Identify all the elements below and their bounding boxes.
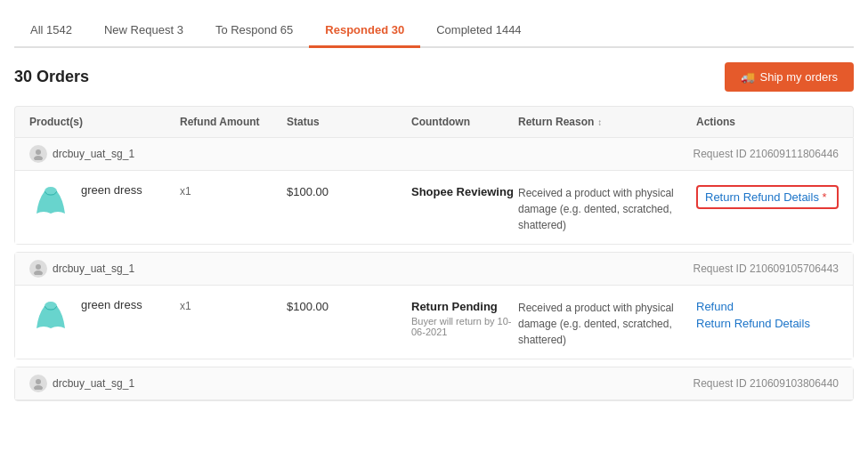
svg-point-6 [36, 379, 41, 384]
col-products: Product(s) [29, 116, 180, 128]
col-refund: Refund Amount [180, 116, 287, 128]
user-icon [29, 145, 47, 163]
tab-all[interactable]: All 1542 [14, 14, 88, 48]
tab-new[interactable]: New Request 3 [88, 14, 199, 48]
refund-amount-cell: $100.00 [287, 182, 411, 198]
quantity-cell: x1 [180, 182, 287, 198]
page-header: 30 Orders 🚚 Ship my orders [14, 62, 854, 92]
order-user: drcbuy_uat_sg_1 [29, 375, 134, 392]
username: drcbuy_uat_sg_1 [53, 148, 134, 160]
actions-cell: RefundReturn Refund Details [696, 296, 839, 330]
ship-orders-button[interactable]: 🚚 Ship my orders [725, 62, 854, 92]
svg-point-3 [36, 264, 41, 270]
order-group-order2: drcbuy_uat_sg_1 Request ID 2106091057064… [14, 252, 854, 359]
tab-completed[interactable]: Completed 1444 [420, 14, 537, 48]
product-name-col: green dress [81, 182, 142, 197]
status-text: Return Pending [411, 300, 518, 313]
col-status: Status [287, 116, 411, 128]
product-cell: green dress [29, 296, 180, 339]
order-product-row: green dress x1 $100.00 Return Pending Bu… [15, 286, 853, 359]
return-refund-link[interactable]: Return Refund Details [705, 190, 827, 204]
tab-to-respond[interactable]: To Respond 65 [199, 14, 309, 48]
request-id: Request ID 210609103806440 [694, 377, 839, 390]
refund-amount-cell: $100.00 [287, 296, 411, 313]
actions-cell: Return Refund Details [696, 182, 839, 209]
order-info-row: drcbuy_uat_sg_1 Request ID 2106091057064… [15, 253, 853, 286]
return-reason-cell: Received a product with physical damage … [518, 296, 696, 348]
tabs-bar: All 1542New Request 3To Respond 65Respon… [14, 14, 854, 48]
request-id: Request ID 210609105706443 [694, 262, 839, 275]
order-user: drcbuy_uat_sg_1 [29, 260, 134, 278]
product-name: green dress [81, 298, 142, 311]
quantity-cell: x1 [180, 296, 287, 312]
return-reason-cell: Received a product with physical damage … [518, 182, 696, 233]
col-actions: Actions [696, 116, 839, 128]
product-image [29, 182, 72, 224]
order-group-order1: drcbuy_uat_sg_1 Request ID 2106091118064… [14, 137, 854, 245]
request-id: Request ID 210609111806446 [694, 148, 839, 160]
product-name: green dress [81, 183, 142, 197]
action-link[interactable]: Return Refund Details [696, 317, 839, 330]
order-info-row: drcbuy_uat_sg_1 Request ID 2106091038064… [15, 367, 853, 400]
action-link[interactable]: Refund [696, 300, 839, 313]
order-product-row: green dress x1 $100.00 Shopee Reviewing … [15, 171, 853, 244]
col-countdown: Countdown [411, 116, 518, 128]
status-text: Shopee Reviewing [411, 185, 518, 198]
order-info-row: drcbuy_uat_sg_1 Request ID 2106091118064… [15, 138, 853, 171]
ship-btn-label: Ship my orders [760, 70, 838, 84]
product-name-col: green dress [81, 296, 142, 311]
order-group-order3: drcbuy_uat_sg_1 Request ID 2106091038064… [14, 367, 854, 401]
action-highlight-box: Return Refund Details [696, 185, 839, 209]
product-cell: green dress [29, 182, 180, 224]
orders-container: drcbuy_uat_sg_1 Request ID 2106091118064… [14, 137, 854, 401]
tab-responded[interactable]: Responded 30 [309, 14, 420, 48]
svg-point-0 [36, 149, 41, 155]
svg-point-4 [34, 270, 43, 275]
ship-icon: 🚚 [741, 70, 755, 84]
sort-icon: ↕ [597, 117, 602, 127]
username: drcbuy_uat_sg_1 [53, 262, 134, 275]
status-subtext: Buyer will return by 10-06-2021 [411, 316, 518, 337]
username: drcbuy_uat_sg_1 [53, 377, 134, 390]
col-reason: Return Reason ↕ [518, 116, 696, 128]
user-icon [29, 375, 47, 392]
status-cell: Return Pending Buyer will return by 10-0… [411, 296, 518, 337]
table-header: Product(s) Refund Amount Status Countdow… [14, 106, 854, 137]
user-icon [29, 260, 47, 278]
status-cell: Shopee Reviewing [411, 182, 518, 198]
orders-count: 30 Orders [14, 68, 89, 86]
product-image [29, 296, 72, 339]
svg-point-7 [34, 385, 43, 390]
svg-point-1 [34, 156, 43, 160]
order-user: drcbuy_uat_sg_1 [29, 145, 134, 163]
